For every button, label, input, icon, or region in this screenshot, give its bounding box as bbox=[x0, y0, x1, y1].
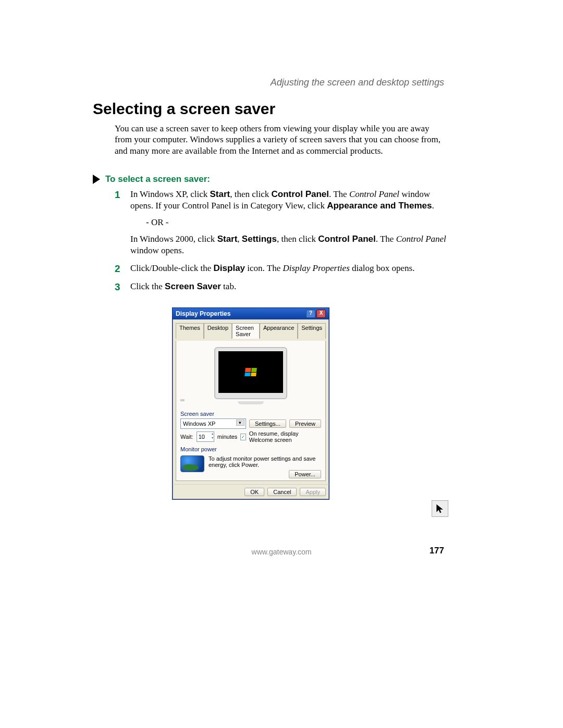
step-text: window opens. bbox=[130, 245, 184, 255]
page-number: 177 bbox=[430, 546, 444, 556]
step-number: 3 bbox=[115, 281, 120, 294]
step-text: , then click bbox=[230, 189, 271, 199]
tab-settings[interactable]: Settings bbox=[298, 323, 326, 339]
monitor-base bbox=[238, 401, 264, 404]
wait-spinner[interactable]: 10 bbox=[197, 431, 214, 442]
step-text: In Windows 2000, click bbox=[130, 234, 217, 244]
step-text: dialog box opens. bbox=[350, 263, 415, 273]
bold: Control Panel bbox=[272, 189, 329, 199]
step-text: icon. The bbox=[245, 263, 283, 273]
close-button[interactable]: X bbox=[316, 310, 326, 318]
step-text: tab. bbox=[221, 281, 236, 291]
dialog-title: Display Properties bbox=[176, 310, 230, 317]
step-2: 2 Click/Double-click the Display icon. T… bbox=[115, 263, 448, 274]
preview-button[interactable]: Preview bbox=[289, 419, 321, 428]
cancel-button[interactable]: Cancel bbox=[267, 488, 297, 496]
monitor-neck bbox=[180, 399, 185, 401]
bold: Appearance and Themes bbox=[327, 201, 432, 211]
footer-url: www.gateway.com bbox=[0, 548, 563, 556]
bold: Start bbox=[210, 189, 230, 199]
step-text: , bbox=[237, 234, 242, 244]
screensaver-select[interactable]: Windows XP bbox=[180, 418, 246, 429]
power-text: To adjust monitor power settings and sav… bbox=[209, 455, 321, 468]
minutes-label: minutes bbox=[217, 434, 238, 440]
step-text: , then click bbox=[277, 234, 318, 244]
display-properties-dialog: Display Properties ? X Themes Desktop Sc… bbox=[172, 307, 329, 500]
step-text: . The bbox=[329, 189, 349, 199]
italic: Display Properties bbox=[283, 263, 349, 273]
margin-cursor-icon bbox=[432, 500, 448, 517]
document-page: Adjusting the screen and desktop setting… bbox=[0, 0, 563, 728]
tab-strip: Themes Desktop Screen Saver Appearance S… bbox=[176, 323, 326, 339]
step-number: 2 bbox=[115, 263, 120, 276]
apply-button[interactable]: Apply bbox=[300, 488, 326, 496]
monitor-screen bbox=[218, 351, 283, 393]
page-title: Selecting a screen saver bbox=[93, 100, 275, 118]
bold: Screen Saver bbox=[165, 281, 221, 291]
help-button[interactable]: ? bbox=[306, 310, 315, 318]
monitor-icon bbox=[214, 347, 287, 399]
task-heading: To select a screen saver: bbox=[105, 174, 210, 184]
display-properties-screenshot: Display Properties ? X Themes Desktop Sc… bbox=[172, 307, 329, 500]
task-heading-row: To select a screen saver: bbox=[93, 174, 210, 184]
steps-list: 1 In Windows XP, click Start, then click… bbox=[115, 189, 448, 299]
tab-appearance[interactable]: Appearance bbox=[260, 323, 298, 339]
bold: Display bbox=[214, 263, 245, 273]
play-icon bbox=[93, 175, 100, 184]
bold: Control Panel bbox=[318, 234, 376, 244]
step-3: 3 Click the Screen Saver tab. bbox=[115, 281, 448, 292]
settings-button[interactable]: Settings... bbox=[249, 419, 286, 428]
screensaver-group-label: Screen saver bbox=[180, 411, 321, 417]
monitor-preview bbox=[180, 345, 321, 408]
italic: Control Panel bbox=[349, 189, 399, 199]
tab-desktop[interactable]: Desktop bbox=[204, 323, 232, 339]
ok-button[interactable]: OK bbox=[244, 488, 264, 496]
bold: Start bbox=[217, 234, 238, 244]
step-text: Click the bbox=[130, 281, 165, 291]
or-divider: - OR - bbox=[146, 217, 448, 228]
section-header: Adjusting the screen and desktop setting… bbox=[271, 77, 444, 88]
dialog-footer: OK Cancel Apply bbox=[173, 484, 329, 499]
monitor-power-group-label: Monitor power bbox=[180, 446, 321, 452]
wait-label: Wait: bbox=[180, 434, 193, 440]
power-button[interactable]: Power... bbox=[289, 470, 321, 478]
intro-paragraph: You can use a screen saver to keep other… bbox=[115, 123, 446, 156]
globe-icon bbox=[180, 455, 204, 472]
step-text: . The bbox=[376, 234, 396, 244]
tab-screen-saver[interactable]: Screen Saver bbox=[232, 323, 260, 339]
bold: Settings bbox=[242, 234, 277, 244]
dialog-titlebar[interactable]: Display Properties ? X bbox=[173, 308, 329, 319]
tab-content: Screen saver Windows XP Settings... Prev… bbox=[176, 341, 326, 481]
step-number: 1 bbox=[115, 189, 120, 202]
step-text: In Windows XP, click bbox=[130, 189, 210, 199]
cursor-icon bbox=[435, 503, 445, 514]
step-text: Click/Double-click the bbox=[130, 263, 214, 273]
tab-themes[interactable]: Themes bbox=[176, 323, 204, 339]
resume-checkbox[interactable]: ✓ bbox=[240, 434, 246, 440]
italic: Control Panel bbox=[396, 234, 446, 244]
windows-flag-icon bbox=[244, 368, 257, 376]
step-text: . bbox=[432, 201, 434, 211]
resume-label: On resume, display Welcome screen bbox=[249, 430, 321, 443]
step-1: 1 In Windows XP, click Start, then click… bbox=[115, 189, 448, 256]
